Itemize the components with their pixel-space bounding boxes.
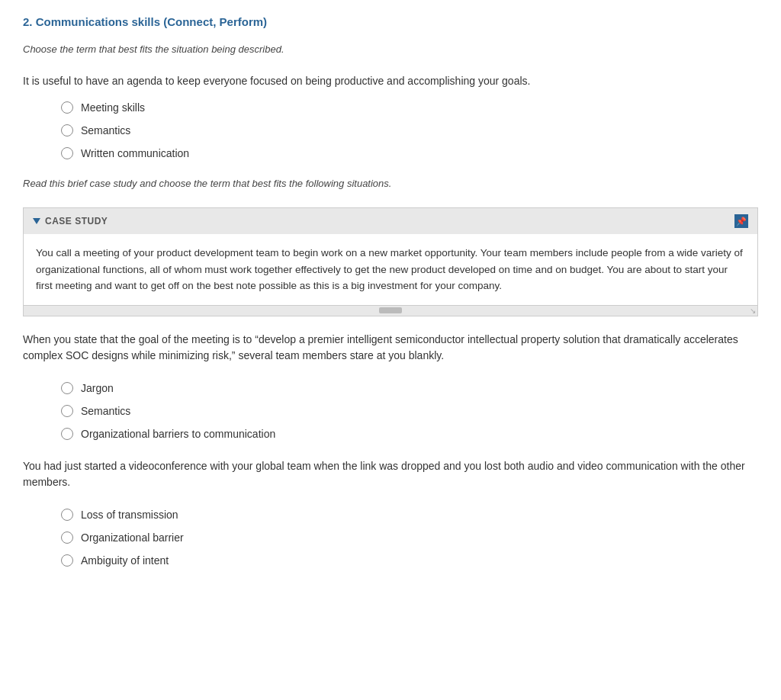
- radio-button-1b[interactable]: [61, 124, 73, 136]
- case-study-label: CASE STUDY: [45, 216, 108, 226]
- list-item[interactable]: Semantics: [61, 124, 758, 136]
- option-label: Meeting skills: [81, 101, 145, 114]
- radio-button-1c[interactable]: [61, 147, 73, 159]
- list-item[interactable]: Loss of transmission: [61, 509, 758, 521]
- list-item[interactable]: Organizational barrier: [61, 531, 758, 544]
- list-item[interactable]: Organizational barriers to communication: [61, 428, 758, 440]
- option-label: Jargon: [81, 382, 114, 394]
- triangle-icon: [33, 218, 40, 224]
- question-3-options: Loss of transmission Organizational barr…: [23, 509, 758, 567]
- instruction-2: Read this brief case study and choose th…: [23, 178, 758, 189]
- option-label: Written communication: [81, 147, 189, 159]
- pin-icon[interactable]: 📌: [734, 214, 748, 228]
- radio-button-3b[interactable]: [61, 531, 73, 544]
- list-item[interactable]: Ambiguity of intent: [61, 554, 758, 567]
- question-1-options: Meeting skills Semantics Written communi…: [23, 101, 758, 159]
- question-3-text: You had just started a videoconference w…: [23, 458, 758, 490]
- scrollbar-handle[interactable]: [379, 307, 402, 313]
- question-2-text: When you state that the goal of the meet…: [23, 332, 758, 364]
- instruction-1: Choose the term that best fits the situa…: [23, 43, 758, 55]
- radio-button-1a[interactable]: [61, 101, 73, 114]
- list-item[interactable]: Jargon: [61, 382, 758, 394]
- case-study-scrollbar[interactable]: ↘: [24, 305, 757, 316]
- option-label: Semantics: [81, 405, 130, 417]
- option-label: Ambiguity of intent: [81, 554, 169, 567]
- resize-icon: ↘: [750, 307, 756, 315]
- list-item[interactable]: Meeting skills: [61, 101, 758, 114]
- option-label: Loss of transmission: [81, 509, 178, 521]
- radio-button-3a[interactable]: [61, 509, 73, 521]
- question-2-options: Jargon Semantics Organizational barriers…: [23, 382, 758, 440]
- radio-button-2c[interactable]: [61, 428, 73, 440]
- case-study-header: CASE STUDY 📌: [24, 208, 757, 234]
- case-study-box: CASE STUDY 📌 You call a meeting of your …: [23, 207, 758, 316]
- question-1-text: It is useful to have an agenda to keep e…: [23, 73, 758, 89]
- radio-button-2a[interactable]: [61, 382, 73, 394]
- case-study-body: You call a meeting of your product devel…: [24, 234, 757, 305]
- option-label: Semantics: [81, 124, 130, 136]
- radio-button-2b[interactable]: [61, 405, 73, 417]
- case-study-header-left: CASE STUDY: [33, 216, 108, 226]
- option-label: Organizational barriers to communication: [81, 428, 275, 440]
- section-title: 2. Communications skills (Connect, Perfo…: [23, 15, 758, 28]
- option-label: Organizational barrier: [81, 531, 184, 544]
- radio-button-3c[interactable]: [61, 554, 73, 567]
- list-item[interactable]: Semantics: [61, 405, 758, 417]
- list-item[interactable]: Written communication: [61, 147, 758, 159]
